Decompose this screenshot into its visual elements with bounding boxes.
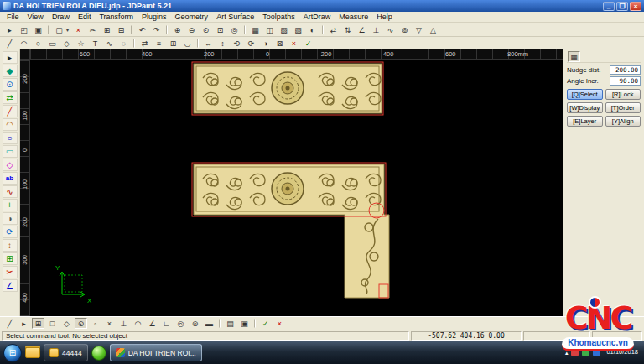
menu-edit[interactable]: Edit <box>74 13 96 21</box>
paste-icon[interactable]: ⊟ <box>115 24 127 35</box>
array-icon[interactable]: ⊞ <box>167 38 179 49</box>
explorer-quicklaunch-icon[interactable] <box>25 347 40 358</box>
triangle-mesh-icon[interactable]: △ <box>427 24 439 35</box>
snap-center-icon[interactable]: ⊙ <box>75 318 87 329</box>
menu-plugins[interactable]: Plugins <box>138 13 171 21</box>
order-button[interactable]: [T]Order <box>605 102 641 113</box>
zoom-fit-icon[interactable]: ⊡ <box>214 24 226 35</box>
mirror-vertical-icon[interactable]: ▽ <box>413 24 425 35</box>
menu-toolpaths[interactable]: Toolpaths <box>258 13 299 21</box>
arc-tool-icon[interactable]: ◠ <box>3 118 18 131</box>
circle-tool-icon[interactable]: ○ <box>32 38 44 49</box>
taskbar-window-44444[interactable]: 44444 <box>44 344 88 361</box>
menu-draw[interactable]: Draw <box>48 13 74 21</box>
snap-perpendicular-icon[interactable]: ⊥ <box>117 318 130 329</box>
zoom-in-icon[interactable]: ⊕ <box>171 24 184 35</box>
zoom-out-icon[interactable]: ⊖ <box>185 24 198 35</box>
node-edit-icon[interactable]: ◌ <box>117 38 130 49</box>
menu-measure[interactable]: Measure <box>335 13 372 21</box>
menu-view[interactable]: View <box>23 13 48 21</box>
trim-icon[interactable]: ⊠ <box>273 38 286 49</box>
view-split-icon[interactable]: ◫ <box>263 24 276 35</box>
osnap-toggle-icon[interactable]: ⊚ <box>189 318 201 329</box>
measure-tool-icon[interactable]: ∠ <box>3 279 18 292</box>
lock-icon[interactable]: ▣ <box>238 318 251 329</box>
mirror-icon[interactable]: ◑ <box>259 38 272 49</box>
snap-node-icon[interactable]: ◦ <box>89 318 101 329</box>
menu-help[interactable]: Help <box>372 13 397 21</box>
rotate-ccw-icon[interactable]: ⟲ <box>231 38 243 49</box>
layer-button[interactable]: [E]Layer <box>567 116 603 127</box>
point-tool-icon[interactable]: + <box>3 199 18 211</box>
array-tool-icon[interactable]: ⊞ <box>3 252 18 265</box>
snap-tangent-icon[interactable]: ◠ <box>132 318 144 329</box>
display-button[interactable]: [W]Display <box>567 102 603 113</box>
zoom-window-icon[interactable]: ⊙ <box>200 24 212 35</box>
curve-analysis-icon[interactable]: ∿ <box>384 24 397 35</box>
hatch-icon[interactable]: ≡ <box>153 38 165 49</box>
cancel-icon[interactable]: × <box>273 318 286 329</box>
pointer-tool-icon[interactable]: ▸ <box>3 51 18 64</box>
rectangle-tool-icon[interactable]: ▭ <box>3 145 18 158</box>
confirm-icon[interactable]: ✓ <box>259 318 272 329</box>
delete-icon[interactable]: × <box>72 24 85 35</box>
snap-grid-icon[interactable]: ⊞ <box>32 318 44 329</box>
zoom-tool-icon[interactable]: ⊙ <box>3 78 18 91</box>
layer-icon[interactable]: ▤ <box>224 318 236 329</box>
maximize-button[interactable]: ❐ <box>616 2 628 11</box>
menu-geometry[interactable]: Geometry <box>171 13 213 21</box>
lock-button[interactable]: [R]Lock <box>605 89 641 100</box>
redo-icon[interactable]: ↷ <box>150 24 163 35</box>
zoom-selection-icon[interactable]: ◎ <box>228 24 241 35</box>
rotate-tool-icon[interactable]: ⟳ <box>3 226 18 238</box>
select-tool-icon[interactable]: ▸ <box>3 24 16 35</box>
node-edit-tool-icon[interactable]: ◆ <box>3 65 18 77</box>
menu-artdraw[interactable]: ArtDraw <box>299 13 335 21</box>
star-tool-icon[interactable]: ☆ <box>75 38 87 49</box>
rotate-cw-icon[interactable]: ⟳ <box>245 38 257 49</box>
text-tool-icon[interactable]: ab <box>3 172 18 185</box>
apply-icon[interactable]: ✓ <box>302 38 314 49</box>
circle-tool-icon[interactable]: ○ <box>3 132 18 144</box>
perpendicular-icon[interactable]: ⊥ <box>370 24 382 35</box>
snap-intersection-icon[interactable]: × <box>103 318 116 329</box>
menu-transform[interactable]: Transform <box>95 13 138 21</box>
drawing-canvas[interactable]: Y X <box>30 60 563 316</box>
snap-endpoint-icon[interactable]: □ <box>46 318 59 329</box>
start-button[interactable]: ⊞ <box>3 344 22 362</box>
cut-icon[interactable]: ✂ <box>86 24 99 35</box>
ruler-toggle-icon[interactable]: ▬ <box>203 318 216 329</box>
spline-tool-icon[interactable]: ∿ <box>3 185 18 198</box>
relief-top-panel[interactable] <box>192 62 383 115</box>
nudge-distance-input[interactable]: 200.00 <box>610 65 641 75</box>
scale-tool-icon[interactable]: ↕ <box>3 239 18 252</box>
align-button[interactable]: [Y]Align <box>605 116 641 127</box>
open-file-icon[interactable]: ◰ <box>18 24 30 35</box>
taskbar-window-jdpaint[interactable]: DA HOI TRIEN ROI... <box>110 344 202 361</box>
mirror-tool-icon[interactable]: ◑ <box>3 212 18 225</box>
rectangle-tool-icon[interactable]: ▭ <box>46 38 59 49</box>
scale-icon[interactable]: ↕ <box>216 38 229 49</box>
pan-icon[interactable]: ⇄ <box>327 24 340 35</box>
erase-icon[interactable]: × <box>288 38 300 49</box>
undo-icon[interactable]: ↶ <box>136 24 148 35</box>
minimize-button[interactable]: _ <box>603 2 615 11</box>
trim-tool-icon[interactable]: ✂ <box>3 266 18 278</box>
polygon-tool-icon[interactable]: ◇ <box>60 38 73 49</box>
ortho-mode-icon[interactable]: ∟ <box>160 318 173 329</box>
snap-midpoint-icon[interactable]: ◇ <box>60 318 73 329</box>
move-icon[interactable]: ↔ <box>202 38 215 49</box>
text-tool-icon[interactable]: T <box>89 38 101 49</box>
fillet-icon[interactable]: ◡ <box>181 38 194 49</box>
pointer-icon[interactable]: ▸ <box>18 318 30 329</box>
orbit-icon[interactable]: ⇅ <box>341 24 354 35</box>
relief-bottom-panel[interactable] <box>192 163 389 298</box>
menu-art-surface[interactable]: Art Surface <box>212 13 258 21</box>
snap-angle-icon[interactable]: ∠ <box>146 318 158 329</box>
dropdown-arrow-icon[interactable]: ▾ <box>65 24 70 35</box>
polygon-tool-icon[interactable]: ◇ <box>3 159 18 171</box>
select-mode-button[interactable]: [Q]Select <box>567 89 603 100</box>
view-wireframe-icon[interactable]: ▨ <box>292 24 304 35</box>
view-shade-icon[interactable]: ▧ <box>278 24 290 35</box>
relief-artwork[interactable]: Y X <box>30 60 563 316</box>
